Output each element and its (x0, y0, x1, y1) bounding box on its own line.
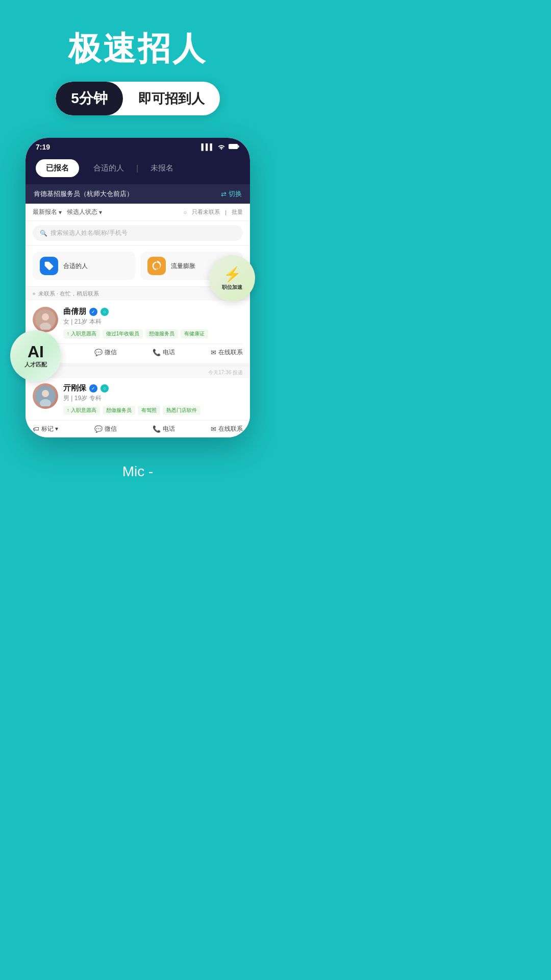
candidate-gender-1: 女 (63, 318, 69, 325)
filter-right: ○ 只看未联系 | 批量 (183, 208, 243, 216)
suitable-icon (40, 257, 58, 275)
wechat-label-2: 微信 (105, 425, 117, 433)
online-btn-2[interactable]: ✉ 在线联系 (211, 425, 243, 433)
mic-label: Mic - (122, 463, 154, 480)
search-bar: 🔍 搜索候选人姓名/昵称/手机号 (26, 221, 250, 246)
badge-row: 5分钟 即可招到人 (0, 82, 276, 115)
action-suitable[interactable]: 合适的人 (33, 252, 135, 280)
chevron-down-icon: ▾ (59, 209, 62, 216)
avatar-1 (33, 307, 58, 332)
tab-enrolled[interactable]: 已报名 (36, 159, 79, 177)
svg-rect-1 (238, 145, 239, 148)
float-speed-btn[interactable]: ⚡ 职位加速 (209, 255, 255, 301)
badge-light: 即可招到人 (123, 83, 220, 115)
candidate-name-row-1: 曲倩朋 ✓ ○ (63, 307, 243, 316)
filter-sort[interactable]: 最新报名 ▾ (33, 208, 62, 216)
batch-btn[interactable]: 批量 (232, 208, 243, 216)
verify-badge-teal-2: ○ (101, 384, 109, 393)
tag-2-2: 有驾照 (138, 406, 160, 415)
avatar-img-2 (33, 383, 58, 409)
phone-label-1: 电话 (163, 348, 175, 357)
candidate-edu-1: 本科 (89, 318, 102, 325)
switch-button[interactable]: ⇄ 切换 (221, 189, 242, 199)
online-label-2: 在线联系 (218, 425, 243, 433)
mark-btn-2[interactable]: 🏷 标记 ▾ (33, 425, 58, 433)
candidate-edu-2: 专科 (89, 395, 102, 402)
mark-icon-2: 🏷 (33, 425, 39, 433)
hero-title: 极速招人 (0, 31, 276, 66)
online-btn-1[interactable]: ✉ 在线联系 (211, 348, 243, 357)
wechat-icon-1: 💬 (94, 349, 103, 356)
candidate-info-2: 亓刚保 ✓ ○ 男 | 19岁 专科 入职意愿高 (63, 383, 243, 415)
phone-icon-1: 📞 (153, 349, 161, 356)
tag-2-3: 熟悉门店软件 (163, 406, 201, 415)
verify-badge-teal-1: ○ (101, 308, 109, 316)
lightning-icon: ⚡ (223, 266, 241, 283)
job-title-text: 肯德基招服务员（杭师大仓前店） (34, 189, 133, 199)
badge-dark: 5分钟 (56, 82, 123, 115)
hero-section: 极速招人 5分钟 即可招到人 (0, 0, 276, 131)
circle-icon: ○ (183, 209, 187, 215)
filter-status[interactable]: 候选人状态 ▾ (67, 208, 102, 216)
suitable-label: 合适的人 (63, 262, 88, 271)
candidate-tags-1: 入职意愿高 做过1年收银员 想做服务员 有健康证 (63, 329, 243, 338)
status-bar: 7:19 ▌▌▌ (26, 138, 250, 154)
wifi-icon (217, 143, 226, 151)
wechat-label-1: 微信 (105, 348, 117, 357)
search-placeholder: 搜索候选人姓名/昵称/手机号 (51, 229, 128, 237)
search-icon: 🔍 (40, 230, 47, 237)
candidate-age-2: 19岁 (74, 395, 87, 402)
switch-icon: ⇄ (221, 190, 227, 198)
online-icon-1: ✉ (211, 349, 216, 356)
candidate-info-1: 曲倩朋 ✓ ○ 女 | 21岁 本科 入职意愿高 (63, 307, 243, 338)
phone-label-2: 电话 (163, 425, 175, 433)
candidate-name-row-2: 亓刚保 ✓ ○ (63, 383, 243, 393)
tag-1-0: 入职意愿高 (63, 329, 100, 338)
online-icon-2: ✉ (211, 425, 216, 433)
candidate-header-2: 亓刚保 ✓ ○ 男 | 19岁 专科 入职意愿高 (33, 383, 243, 415)
switch-label: 切换 (229, 189, 242, 199)
avatar-img-1 (33, 307, 58, 332)
traffic-icon (147, 257, 166, 275)
verify-badge-blue-1: ✓ (89, 308, 97, 316)
tab-divider-2: | (136, 164, 138, 173)
wechat-icon-2: 💬 (94, 425, 103, 433)
status-icons: ▌▌▌ (201, 143, 240, 151)
wechat-btn-1[interactable]: 💬 微信 (94, 348, 117, 357)
candidate-card-2: 亓刚保 ✓ ○ 男 | 19岁 专科 入职意愿高 (26, 378, 250, 420)
status-dot (33, 292, 35, 295)
tab-not-enrolled[interactable]: 未报名 (140, 159, 184, 177)
tab-bar: 已报名 合适的人 | 未报名 (26, 154, 250, 184)
search-input[interactable]: 🔍 搜索候选人姓名/昵称/手机号 (33, 225, 243, 241)
timestamp-1: 今天17:36 投递 (26, 367, 250, 378)
verify-badge-blue-2: ✓ (89, 384, 97, 393)
tab-suitable[interactable]: 合适的人 (83, 159, 134, 177)
phone-icon-2: 📞 (153, 425, 161, 433)
tag-1-2: 想做服务员 (145, 329, 178, 338)
online-label-1: 在线联系 (218, 348, 243, 357)
phone-btn-1[interactable]: 📞 电话 (153, 348, 175, 357)
filter-left: 最新报名 ▾ 候选人状态 ▾ (33, 208, 102, 216)
float-ai-btn[interactable]: AI 人才匹配 (10, 330, 61, 381)
candidate-gender-2: 男 (63, 395, 69, 402)
avatar-2 (33, 383, 58, 409)
svg-point-6 (42, 390, 49, 397)
wechat-btn-2[interactable]: 💬 微信 (94, 425, 117, 433)
tag-2-1: 想做服务员 (103, 406, 135, 415)
candidate-tags-2: 入职意愿高 想做服务员 有驾照 熟悉门店软件 (63, 406, 243, 415)
signal-icon: ▌▌▌ (201, 143, 214, 151)
chevron-down-icon-2: ▾ (99, 209, 102, 216)
only-uncontacted[interactable]: 只看未联系 (192, 208, 220, 216)
ai-text: AI (28, 344, 44, 360)
divider: | (225, 209, 227, 215)
tag-1-1: 做过1年收银员 (103, 329, 143, 338)
battery-icon (229, 143, 240, 151)
bottom-action-bar: 🏷 标记 ▾ 💬 微信 📞 电话 ✉ 在线联系 (26, 420, 250, 437)
candidate-name-2: 亓刚保 (63, 383, 86, 393)
phone-btn-2[interactable]: 📞 电话 (153, 425, 175, 433)
candidate-header-1: 曲倩朋 ✓ ○ 女 | 21岁 本科 入职意愿高 (33, 307, 243, 338)
time-display: 7:19 (36, 143, 50, 151)
tag-1-3: 有健康证 (181, 329, 208, 338)
svg-point-3 (42, 313, 49, 321)
mark-label-2: 标记 ▾ (41, 425, 58, 433)
